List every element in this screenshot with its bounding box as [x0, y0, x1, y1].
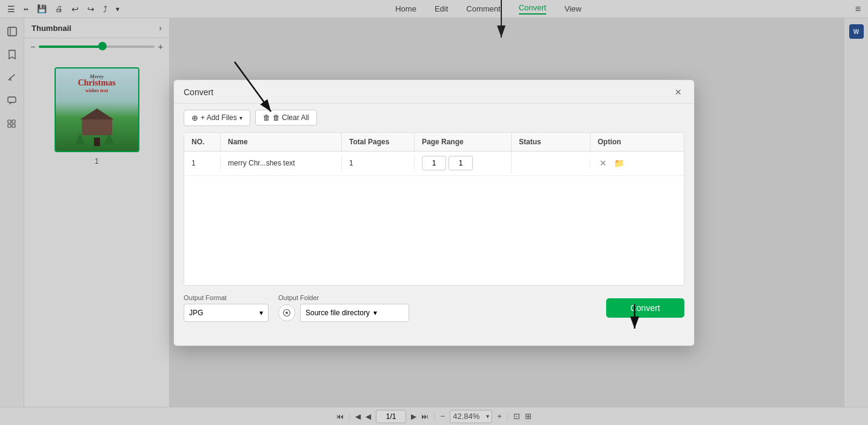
file-table-body: 1 merry Chr...shes text 1 ✕ 📁 [184, 152, 684, 285]
svg-point-10 [285, 312, 288, 314]
folder-dropdown-icon[interactable]: ▾ [373, 309, 377, 317]
open-folder-button[interactable]: 📁 [613, 158, 624, 169]
output-format-section: Output Format JPG ▾ [184, 294, 269, 322]
folder-settings-button[interactable] [278, 304, 295, 321]
folder-controls: Source file directory ▾ [278, 304, 409, 322]
plus-circle-icon: ⊕ [192, 113, 198, 122]
output-format-label: Output Format [184, 294, 269, 301]
trash-icon: 🗑 [263, 113, 270, 122]
range-end-input[interactable] [449, 156, 473, 170]
option-actions: ✕ 📁 [598, 158, 624, 169]
format-controls: JPG ▾ [184, 304, 269, 322]
cell-status [512, 159, 590, 167]
dialog-footer: Output Format JPG ▾ Output Folder Source… [174, 286, 694, 330]
cell-page-range [415, 152, 512, 174]
clear-all-button[interactable]: 🗑 🗑 Clear All [255, 110, 317, 125]
dialog-toolbar: ⊕ + Add Files ▾ 🗑 🗑 Clear All [174, 104, 694, 132]
header-total-pages: Total Pages [342, 133, 415, 151]
add-files-label: + Add Files [201, 113, 237, 122]
folder-select[interactable]: Source file directory ▾ [300, 304, 409, 322]
delete-row-button[interactable]: ✕ [598, 158, 609, 169]
convert-dialog: Convert ✕ ⊕ + Add Files ▾ 🗑 🗑 Clear All … [173, 79, 695, 346]
convert-button[interactable]: Convert [606, 298, 684, 318]
dialog-titlebar: Convert ✕ [174, 80, 694, 104]
header-no: NO. [184, 133, 221, 151]
range-inputs [422, 156, 473, 170]
header-status: Status [512, 133, 590, 151]
output-folder-section: Output Folder Source file directory ▾ [278, 294, 409, 322]
add-files-button[interactable]: ⊕ + Add Files ▾ [184, 110, 250, 126]
header-name: Name [221, 133, 342, 151]
folder-value: Source file directory [305, 309, 370, 317]
cell-name: merry Chr...shes text [221, 155, 342, 171]
header-option: Option [590, 133, 684, 151]
table-row: 1 merry Chr...shes text 1 ✕ 📁 [184, 152, 684, 176]
cell-total-pages: 1 [342, 155, 415, 171]
dialog-overlay: Convert ✕ ⊕ + Add Files ▾ 🗑 🗑 Clear All … [0, 0, 868, 425]
file-table: NO. Name Total Pages Page Range Status O… [184, 132, 684, 286]
dialog-title: Convert [184, 87, 213, 97]
add-files-dropdown-icon[interactable]: ▾ [239, 115, 242, 121]
format-dropdown-icon[interactable]: ▾ [259, 309, 263, 317]
range-start-input[interactable] [422, 156, 446, 170]
cell-option: ✕ 📁 [590, 154, 684, 172]
output-folder-label: Output Folder [278, 294, 409, 301]
cell-no: 1 [184, 155, 221, 171]
table-header: NO. Name Total Pages Page Range Status O… [184, 133, 684, 152]
format-value: JPG [189, 309, 203, 317]
dialog-close-button[interactable]: ✕ [672, 86, 684, 98]
header-page-range: Page Range [415, 133, 512, 151]
clear-all-label: 🗑 Clear All [273, 113, 309, 122]
format-select[interactable]: JPG ▾ [184, 304, 269, 322]
